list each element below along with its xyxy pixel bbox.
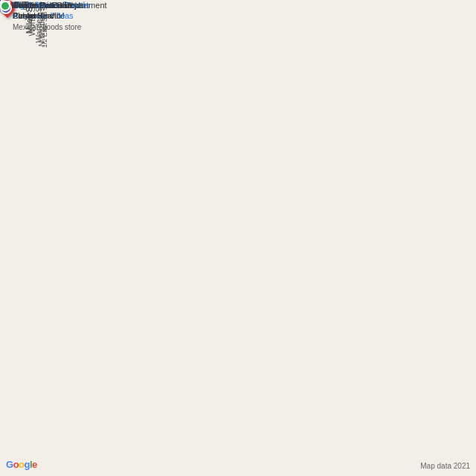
map-attribution: Map data 2021 (420, 462, 470, 470)
park-label: Center Park andPlayground (13, 0, 72, 22)
map-container[interactable]: B St A St Farmers Union Canal Fa... E 1s… (0, 0, 476, 476)
google-logo: Google (6, 459, 37, 470)
park-marker[interactable]: Center Park andPlayground (0, 0, 72, 22)
